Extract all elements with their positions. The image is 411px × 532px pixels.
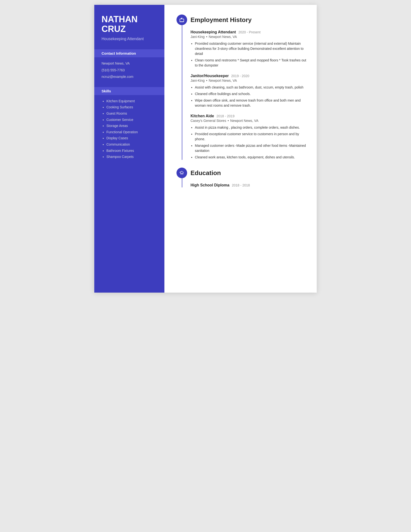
skill-item: Customer Service bbox=[106, 117, 157, 122]
contact-phone: (510) 555-7763 bbox=[102, 68, 157, 73]
job-company: Jani-King•Newport News, VA bbox=[190, 79, 307, 83]
contact-info: Newport News, VA (510) 555-7763 ncruz@ex… bbox=[102, 61, 157, 79]
edu-degree: High School Diploma bbox=[190, 183, 229, 187]
skill-item: Storage Areas bbox=[106, 124, 157, 128]
job-bullet: Cleaned work areas, kitchen tools, equip… bbox=[195, 155, 307, 160]
contact-section-header: Contact Information bbox=[94, 49, 164, 57]
job-entry: Housekeeping Attendant2020 - PresentJani… bbox=[177, 30, 307, 68]
job-bullet: Assist in pizza making , placing orders,… bbox=[195, 125, 307, 130]
employment-title: Employment History bbox=[190, 16, 252, 24]
job-header: Housekeeping Attendant2020 - Present bbox=[190, 30, 307, 34]
skill-item: Bathroom Fixtures bbox=[106, 149, 157, 153]
job-dates: 2019 - 2020 bbox=[231, 74, 249, 78]
skill-item: Kitchen Equipment bbox=[106, 99, 157, 104]
job-bullet: Managed customer orders -Made pizzas and… bbox=[195, 143, 307, 153]
job-header: Kitchen Aide2018 - 2019 bbox=[190, 114, 307, 118]
skill-item: Communication bbox=[106, 142, 157, 147]
skill-item: Functional Operation bbox=[106, 130, 157, 135]
job-bullet: Provided outstanding customer service (i… bbox=[195, 41, 307, 56]
job-bullet: Assist with cleaning, such as bathroom, … bbox=[195, 85, 307, 90]
sidebar: NATHAN CRUZ Housekeeping Attendant Conta… bbox=[94, 5, 164, 293]
job-entry: Janitor/Housekeeper2019 - 2020Jani-King•… bbox=[177, 74, 307, 108]
job-bullet: Provided exceptional customer service to… bbox=[195, 132, 307, 142]
job-dates: 2020 - Present bbox=[238, 30, 261, 34]
timeline-line bbox=[182, 25, 182, 160]
contact-location: Newport News, VA bbox=[102, 61, 157, 66]
edu-entry: High School Diploma2018 - 2018 bbox=[177, 183, 307, 187]
job-entry: Kitchen Aide2018 - 2019Casey's General S… bbox=[177, 114, 307, 160]
education-section-header: Education bbox=[177, 168, 307, 178]
job-bullets: Provided outstanding customer service (i… bbox=[190, 41, 307, 68]
jobs-container: Housekeeping Attendant2020 - PresentJani… bbox=[177, 30, 307, 160]
job-title: Kitchen Aide bbox=[190, 114, 214, 118]
job-title: Housekeeping Attendant bbox=[190, 30, 236, 34]
edu-dates: 2018 - 2018 bbox=[232, 183, 250, 187]
skills-list: Kitchen EquipmentCooking SurfacesGuest R… bbox=[102, 99, 157, 159]
skill-item: Cooking Surfaces bbox=[106, 105, 157, 110]
skills-section-header: Skills bbox=[94, 87, 164, 95]
candidate-title: Housekeeping Attendant bbox=[102, 37, 157, 42]
skill-item: Display Cases bbox=[106, 136, 157, 141]
edu-container: High School Diploma2018 - 2018 bbox=[177, 183, 307, 187]
job-bullets: Assist in pizza making , placing orders,… bbox=[190, 125, 307, 160]
job-bullets: Assist with cleaning, such as bathroom, … bbox=[190, 85, 307, 108]
skills-section: Kitchen EquipmentCooking SurfacesGuest R… bbox=[102, 99, 157, 159]
skill-item: Shampoo Carpets bbox=[106, 154, 157, 159]
job-company: Casey's General Stores•Newport News, VA bbox=[190, 119, 307, 123]
job-bullet: Clean rooms and restrooms * Swept and mo… bbox=[195, 58, 307, 68]
candidate-name: NATHAN CRUZ bbox=[102, 15, 157, 34]
employment-section-header: Employment History bbox=[177, 15, 307, 25]
skill-item: Guest Rooms bbox=[106, 111, 157, 116]
graduation-icon bbox=[177, 168, 187, 178]
resume-container: NATHAN CRUZ Housekeeping Attendant Conta… bbox=[94, 5, 317, 293]
employment-section: Employment History Housekeeping Attendan… bbox=[177, 15, 307, 160]
contact-email: ncruz@example.com bbox=[102, 75, 157, 79]
main-content: Employment History Housekeeping Attendan… bbox=[164, 5, 317, 293]
edu-header: High School Diploma2018 - 2018 bbox=[190, 183, 307, 187]
job-title: Janitor/Housekeeper bbox=[190, 74, 229, 78]
briefcase-icon bbox=[177, 15, 187, 25]
job-company: Jani-King•Newport News, VA bbox=[190, 35, 307, 39]
education-section: Education High School Diploma2018 - 2018 bbox=[177, 168, 307, 187]
job-bullet: Wipe down office sink, and remove trash … bbox=[195, 98, 307, 108]
job-header: Janitor/Housekeeper2019 - 2020 bbox=[190, 74, 307, 78]
job-dates: 2018 - 2019 bbox=[216, 114, 234, 118]
education-title: Education bbox=[190, 169, 221, 177]
job-bullet: Cleaned office buildings and schools. bbox=[195, 91, 307, 96]
edu-timeline-line bbox=[182, 178, 182, 187]
